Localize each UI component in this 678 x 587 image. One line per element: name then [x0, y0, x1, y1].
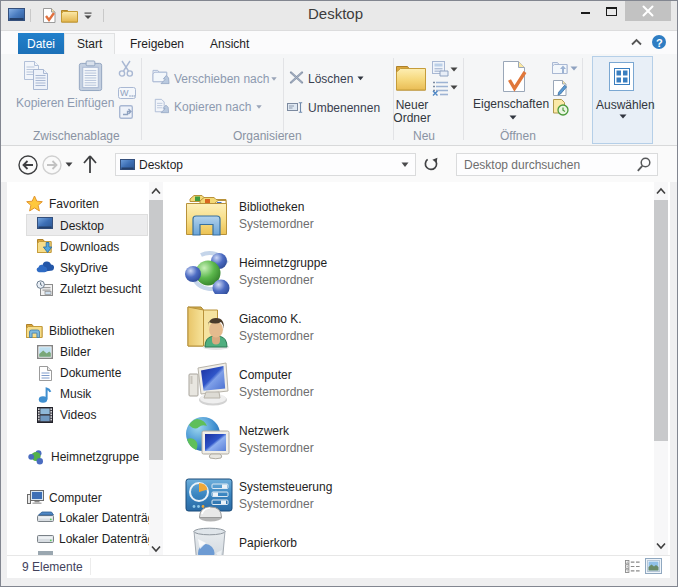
svg-text:W: W [120, 88, 129, 98]
